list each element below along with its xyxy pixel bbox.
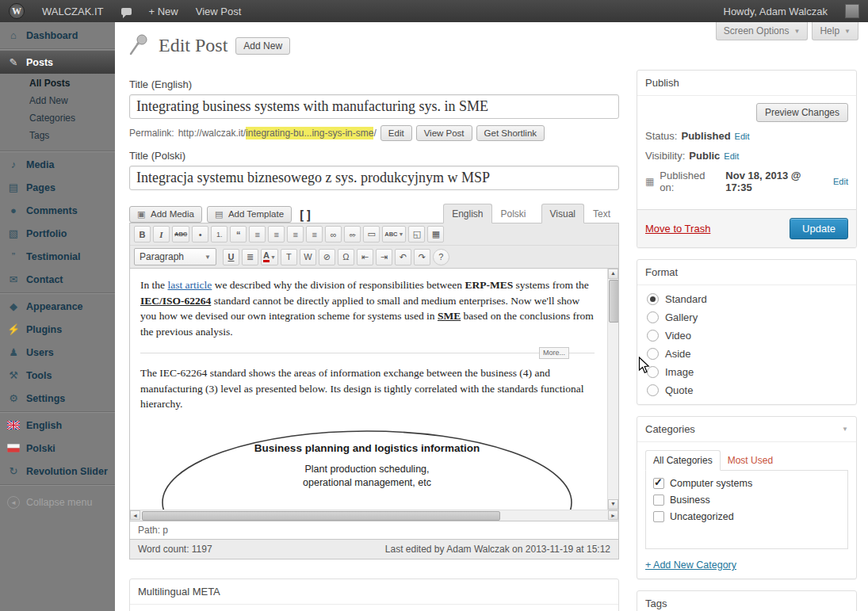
edit-status-link[interactable]: Edit [735, 132, 750, 141]
format-radio-aside[interactable] [647, 348, 659, 360]
title-english-input[interactable] [129, 94, 619, 119]
get-shortlink-button[interactable]: Get Shortlink [476, 125, 545, 141]
remove-formatting-button[interactable]: ⊘ [319, 249, 335, 265]
category-checkbox-computer-systems[interactable] [653, 478, 664, 489]
account-avatar[interactable] [836, 4, 868, 18]
scroll-left-arrow[interactable]: ◄ [130, 510, 140, 520]
sidebar-item-comments[interactable]: ● Comments [0, 199, 115, 222]
tab-english[interactable]: English [443, 204, 491, 223]
add-new-button[interactable]: Add New [235, 37, 290, 55]
sidebar-item-posts[interactable]: ✎ Posts [0, 51, 115, 74]
sidebar-item-portfolio[interactable]: ▧ Portfolio [0, 222, 115, 245]
sidebar-item-contact[interactable]: ✉ Contact [0, 268, 115, 291]
sidebar-item-revolution-slider[interactable]: ↻ Revolution Slider [0, 460, 115, 483]
editor-vertical-scrollbar[interactable]: ▲ ▼ [607, 269, 618, 510]
category-item-computer-systems[interactable]: Computer systems [653, 478, 840, 489]
tab-visual[interactable]: Visual [541, 204, 584, 223]
underline-button[interactable]: U [223, 249, 239, 265]
redo-button[interactable]: ↷ [414, 249, 430, 265]
indent-button[interactable]: ⇥ [376, 249, 392, 265]
numbered-list-button[interactable]: 1. [211, 226, 228, 242]
submenu-item-categories[interactable]: Categories [0, 109, 115, 127]
shortcode-button[interactable]: [] [292, 208, 319, 223]
editor-content[interactable]: In the last article we described why the… [130, 269, 618, 510]
blockquote-button[interactable]: “ [230, 226, 247, 242]
italic-button[interactable]: I [153, 226, 170, 242]
sidebar-item-testimonial[interactable]: ” Testimonial [0, 245, 115, 268]
format-radio-video[interactable] [647, 330, 659, 342]
wordpress-logo-menu[interactable]: W [0, 0, 33, 22]
format-radio-gallery[interactable] [647, 311, 659, 323]
sidebar-item-media[interactable]: ♪ Media [0, 153, 115, 176]
bold-button[interactable]: B [134, 226, 151, 242]
multilingual-meta-header[interactable]: Multilingual META [130, 579, 618, 605]
category-checkbox-uncategorized[interactable] [653, 511, 664, 522]
screen-options-tab[interactable]: Screen Options ▼ [716, 22, 809, 40]
site-name-link[interactable]: WALCZAK.IT [33, 0, 113, 22]
collapse-menu-button[interactable]: ◄ Collapse menu [0, 496, 115, 509]
sidebar-item-polski[interactable]: Polski [0, 437, 115, 460]
align-center-button[interactable]: ≡ [268, 226, 285, 242]
text-color-button[interactable]: A ▼ [261, 249, 278, 265]
submenu-item-tags[interactable]: Tags [0, 127, 115, 144]
edit-permalink-button[interactable]: Edit [380, 125, 412, 141]
sidebar-item-settings[interactable]: ⚙ Settings [0, 387, 115, 410]
justify-full-button[interactable]: ≣ [242, 249, 258, 265]
comments-bubble-button[interactable] [113, 0, 140, 22]
format-select[interactable]: Paragraph ▼ [134, 248, 216, 265]
title-polski-input[interactable] [129, 166, 619, 190]
remove-link-button[interactable]: ∞ [344, 226, 361, 242]
tags-box-header[interactable]: Tags [637, 591, 856, 611]
paste-as-text-button[interactable]: T [281, 249, 297, 265]
help-button[interactable]: ? [433, 249, 449, 265]
strikethrough-button[interactable]: ABC [172, 226, 189, 242]
toggle-arrow-icon[interactable]: ▼ [842, 426, 848, 433]
paste-from-word-button[interactable]: W [300, 249, 316, 265]
scroll-down-arrow[interactable]: ▼ [608, 499, 618, 510]
fullscreen-button[interactable]: ◱ [408, 226, 425, 242]
vertical-scroll-thumb[interactable] [609, 280, 618, 323]
tab-most-used[interactable]: Most Used [721, 451, 780, 470]
submenu-item-add-new[interactable]: Add New [0, 92, 115, 109]
scroll-up-arrow[interactable]: ▲ [608, 269, 618, 279]
publish-box-header[interactable]: Publish [637, 71, 856, 96]
add-template-button[interactable]: ▤ Add Template [207, 206, 292, 223]
category-item-business[interactable]: Business [653, 495, 840, 506]
tab-text[interactable]: Text [584, 204, 619, 223]
align-justify-button[interactable]: ≡ [306, 226, 323, 242]
insert-link-button[interactable]: ∞ [325, 226, 342, 242]
kitchen-sink-button[interactable]: ▦ [427, 226, 444, 242]
categories-box-header[interactable]: Categories ▼ [637, 417, 856, 442]
edit-published-date-link[interactable]: Edit [833, 177, 848, 186]
view-post-link[interactable]: View Post [187, 0, 250, 22]
add-media-button[interactable]: ▣ Add Media [129, 206, 202, 223]
format-radio-quote[interactable] [647, 384, 659, 396]
spellcheck-button[interactable]: ABC ▼ [382, 226, 406, 242]
tab-polski[interactable]: Polski [492, 204, 535, 223]
special-character-button[interactable]: Ω [338, 249, 354, 265]
align-right-button[interactable]: ≡ [287, 226, 304, 242]
sidebar-item-dashboard[interactable]: ⌂ Dashboard [0, 24, 115, 47]
move-to-trash-link[interactable]: Move to Trash [645, 223, 710, 235]
sidebar-item-appearance[interactable]: ◆ Appearance [0, 295, 115, 318]
sidebar-item-users[interactable]: ♟ Users [0, 341, 115, 364]
align-left-button[interactable]: ≡ [249, 226, 266, 242]
format-radio-standard[interactable] [647, 293, 659, 305]
outdent-button[interactable]: ⇤ [357, 249, 373, 265]
last-article-link[interactable]: last article [168, 279, 212, 291]
category-checkbox-business[interactable] [653, 495, 664, 506]
horizontal-scroll-thumb[interactable] [142, 511, 500, 521]
bulleted-list-button[interactable]: • [192, 226, 208, 242]
view-post-button[interactable]: View Post [416, 125, 472, 141]
update-button[interactable]: Update [790, 218, 848, 239]
edit-visibility-link[interactable]: Edit [724, 151, 739, 161]
sidebar-item-english[interactable]: English [0, 414, 115, 437]
sidebar-item-tools[interactable]: ⚒ Tools [0, 364, 115, 387]
sidebar-item-plugins[interactable]: ⚡ Plugins [0, 318, 115, 341]
tab-all-categories[interactable]: All Categories [645, 450, 721, 471]
scroll-right-arrow[interactable]: ► [608, 510, 618, 520]
sidebar-item-pages[interactable]: ▤ Pages [0, 176, 115, 199]
submenu-item-all-posts[interactable]: All Posts [0, 74, 115, 92]
category-item-uncategorized[interactable]: Uncategorized [653, 511, 840, 522]
format-radio-image[interactable] [647, 366, 659, 378]
